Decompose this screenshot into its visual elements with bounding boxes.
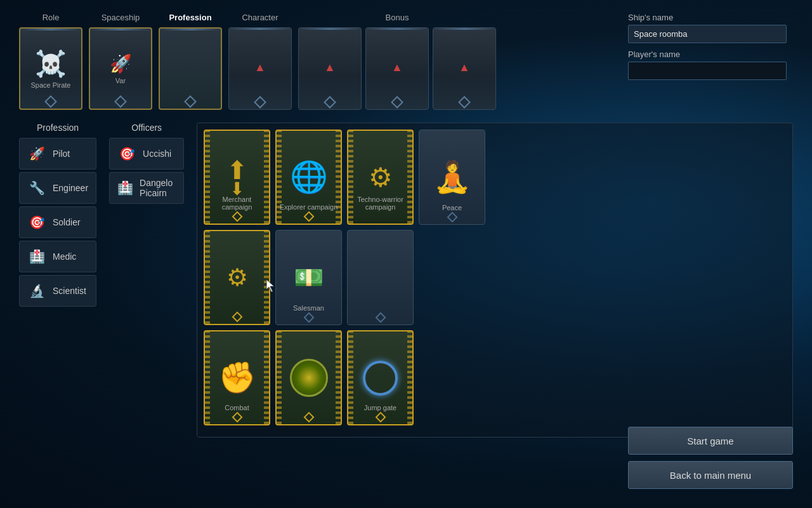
officers-section-title: Officers [109,123,184,133]
profession-panel: Profession 🚀 Pilot 🔧 Engineer 🎯 Soldi [19,123,96,307]
grid-card-peace[interactable]: 🧘 Peace [419,130,485,225]
character-card[interactable]: ▲ [228,27,292,110]
uccishi-icon: 🎯 [117,144,136,163]
bonus-icon-1: ▲ [324,61,336,74]
back-to-menu-button[interactable]: Back to main menu [628,461,793,489]
profession-item-medic[interactable]: 🏥 Medic [19,241,96,272]
profession-item-scientist[interactable]: 🔬 Scientist [19,275,96,307]
profession-item-soldier[interactable]: 🎯 Soldier [19,206,96,238]
stripe-right-r2-1 [264,231,269,324]
dangelo-icon: 🏥 [117,178,133,197]
r2-3-diamond [375,312,386,323]
grid-card-salesman[interactable]: 💵 Salesman [275,230,342,325]
bonus-diamond-1 [324,96,336,109]
profession-section-title: Profession [19,123,96,133]
grid-row-3: ✊ Combat Jump gate [204,330,786,425]
grid-card-r2-1[interactable]: ⚙ [204,230,270,325]
bonus-diamond-3 [458,96,471,109]
grid-card-r3-2[interactable] [275,330,342,425]
soldier-label: Soldier [53,217,81,227]
r3-2-diamond [303,412,314,423]
role-card[interactable]: ☠️ Space Pirate [19,27,82,110]
bonus-card-2[interactable]: ▲ [365,27,429,110]
uccishi-label: Uccishi [143,149,171,159]
player-name-input[interactable] [628,62,787,80]
grid-card-explorer[interactable]: 🌐 Explorer campaign [275,130,342,225]
grid-card-jumpgate[interactable]: Jump gate [347,330,414,425]
stripe-left-jumpgate [348,331,353,424]
profession-item-pilot[interactable]: 🚀 Pilot [19,138,96,170]
ship-name-label: Ship's name [628,13,793,22]
bonus-icon-2: ▲ [391,61,403,74]
center-grid: ⬆ ⬇ Merchant campaign 🌐 Explorer campaig… [197,123,793,438]
dangelo-label: Dangelo Picairn [140,178,176,198]
scientist-label: Scientist [53,286,86,296]
grid-card-merchant[interactable]: ⬆ ⬇ Merchant campaign [204,130,270,225]
role-card-label: Space Pirate [31,81,71,89]
spaceship-group: Spaceship 🚀 Var [89,13,152,110]
start-game-button[interactable]: Start game [628,427,793,455]
profession-header-group: Profession [159,13,222,110]
stripe-right-jumpgate [407,331,412,424]
bonus-diamond-2 [391,96,403,109]
officer-list: 🎯 Uccishi 🏥 Dangelo Picairn [109,138,184,204]
pilot-icon: 🚀 [27,144,46,163]
spaceship-label: Spaceship [102,13,140,22]
officers-panel: Officers 🎯 Uccishi 🏥 Dangelo Picairn [109,123,184,307]
character-label: Character [242,13,278,22]
right-buttons: Start game Back to main menu [628,427,793,489]
profession-card[interactable] [159,27,222,110]
techno-icon: ⚙ [369,162,393,193]
ship-name-input[interactable] [628,25,787,43]
grid-row-1: ⬆ ⬇ Merchant campaign 🌐 Explorer campaig… [204,130,786,225]
soldier-icon: 🎯 [27,213,46,232]
grid-card-techno[interactable]: ⚙ Techno-warrior campaign 🎯 Targeting sy… [347,130,414,225]
peace-label: Peace [440,204,464,211]
jumpgate-label: Jump gate [362,404,399,411]
stripe-left-r2-1 [205,231,210,324]
spaceship-card-label: Var [115,77,126,84]
explorer-icon: 🌐 [290,159,328,195]
bonus-card-1[interactable]: ▲ [298,27,362,110]
profession-header-label: Profession [169,13,211,22]
player-name-label: Player's name [628,50,793,59]
jumpgate-diamond [375,412,386,423]
peace-diamond [447,212,457,223]
role-icon: ☠️ [35,49,67,79]
profession-item-engineer[interactable]: 🔧 Engineer [19,172,96,204]
character-diamond [254,96,266,109]
explorer-label: Explorer campaign [277,203,341,211]
role-diamond [44,95,57,108]
combat-label: Combat [222,404,252,411]
engineer-icon: 🔧 [27,178,46,197]
grid-row-2: ⚙ 💵 Salesman [204,230,786,325]
spaceship-icon: 🚀 [110,53,132,74]
r2-1-icon: ⚙ [226,264,248,291]
spaceship-diamond [114,95,127,108]
stripe-left-combat [205,331,210,424]
top-section: Role ☠️ Space Pirate Spaceship 🚀 Var Pro… [0,0,812,116]
character-icon: ▲ [254,61,266,74]
salesman-label: Salesman [291,304,327,312]
grid-card-r2-3[interactable] [347,230,414,325]
stripe-right-combat [264,331,269,424]
peace-icon: 🧘 [433,159,471,195]
merchant-diamond [232,211,242,222]
officer-item-dangelo[interactable]: 🏥 Dangelo Picairn [109,172,184,204]
spaceship-card[interactable]: 🚀 Var [89,27,152,110]
merchant-label: Merchant campaign [205,196,269,211]
officer-item-uccishi[interactable]: 🎯 Uccishi [109,138,184,170]
two-col-panels: Profession 🚀 Pilot 🔧 Engineer 🎯 Soldi [19,123,184,307]
r2-1-diamond [232,312,242,323]
scientist-icon: 🔬 [27,281,46,300]
salesman-diamond [303,312,314,323]
engineer-label: Engineer [53,183,88,193]
ship-info-panel: Ship's name Player's name [628,13,793,86]
combat-diamond [232,412,242,423]
profession-diamond [184,95,197,108]
grid-card-combat[interactable]: ✊ Combat [204,330,270,425]
combat-icon: ✊ [218,360,256,396]
bonus-group: Bonus ▲ ▲ ▲ [298,13,496,110]
techno-label: Techno-warrior campaign [348,196,412,211]
bonus-card-3[interactable]: ▲ [433,27,496,110]
